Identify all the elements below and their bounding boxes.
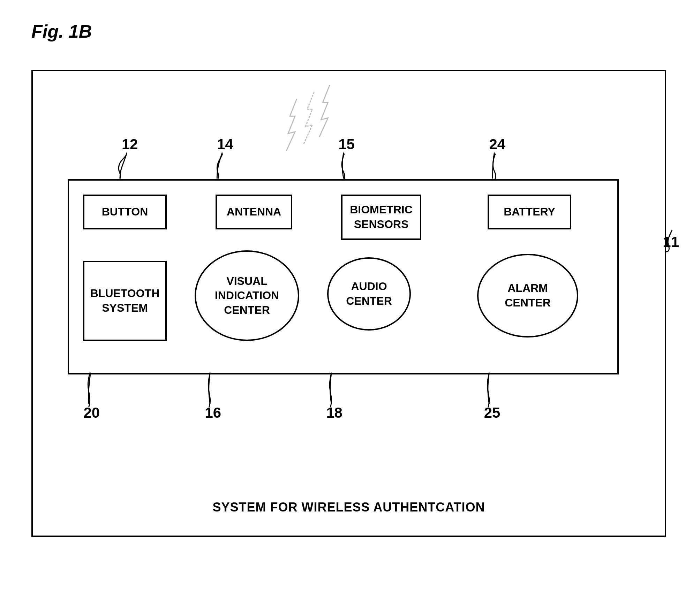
button-label: BUTTON <box>102 205 148 219</box>
svg-text:25: 25 <box>484 404 500 421</box>
biometric-label: BIOMETRICSENSORS <box>350 203 413 232</box>
visual-label: VISUALINDICATIONCENTER <box>215 274 279 318</box>
outer-box: BUTTON ANTENNA BIOMETRICSENSORS BATTERY … <box>31 70 666 537</box>
svg-text:20: 20 <box>84 404 100 421</box>
svg-text:15: 15 <box>338 136 354 152</box>
svg-text:18: 18 <box>326 404 342 421</box>
bluetooth-component: BLUETOOTHSYSTEM <box>83 261 167 341</box>
page-container: Fig. 1B BUTTON ANTENNA BIOMETRICSENSORS … <box>0 0 700 599</box>
svg-text:16: 16 <box>205 404 221 421</box>
antenna-component: ANTENNA <box>216 195 292 229</box>
battery-component: BATTERY <box>488 195 571 229</box>
biometric-component: BIOMETRICSENSORS <box>341 195 421 240</box>
audio-component: AUDIOCENTER <box>327 257 411 331</box>
antenna-label: ANTENNA <box>227 205 281 219</box>
device-box: BUTTON ANTENNA BIOMETRICSENSORS BATTERY … <box>68 179 619 374</box>
svg-text:14: 14 <box>217 136 233 152</box>
system-label: SYSTEM FOR WIRELESS AUTHENTCATION <box>33 500 665 515</box>
visual-component: VISUALINDICATIONCENTER <box>195 250 299 341</box>
ref11-curl <box>662 227 683 255</box>
alarm-component: ALARMCENTER <box>477 254 578 338</box>
figure-title: Fig. 1B <box>31 21 92 42</box>
button-component: BUTTON <box>83 195 167 229</box>
audio-label: AUDIOCENTER <box>346 279 392 308</box>
bluetooth-label: BLUETOOTHSYSTEM <box>90 286 160 315</box>
svg-text:12: 12 <box>122 136 138 152</box>
alarm-label: ALARMCENTER <box>505 281 551 310</box>
svg-text:24: 24 <box>489 136 505 152</box>
battery-label: BATTERY <box>504 205 555 219</box>
